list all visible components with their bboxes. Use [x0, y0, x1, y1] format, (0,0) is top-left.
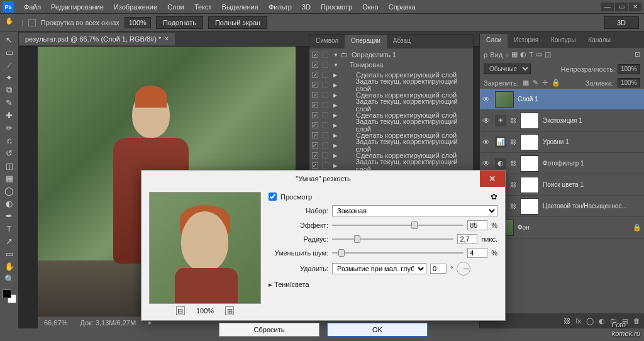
- link-icon[interactable]: ⛓: [510, 203, 516, 210]
- layer-row[interactable]: 👁☀⛓Экспозиция 1: [480, 110, 644, 131]
- action-check[interactable]: ✓: [312, 52, 318, 58]
- action-step[interactable]: Задать текущ. корректирующий слой: [356, 98, 472, 113]
- layer-name[interactable]: Цветовой тон/Насыщеннос...: [543, 203, 627, 210]
- preset-select[interactable]: Заказная: [332, 205, 497, 216]
- angle-input[interactable]: [430, 264, 447, 274]
- layer-row[interactable]: 👁📊⛓Уровни 1: [480, 131, 644, 153]
- disclosure-icon[interactable]: ▶: [333, 133, 337, 138]
- disclosure-icon[interactable]: ▶: [333, 123, 337, 128]
- action-check[interactable]: ✓: [312, 82, 318, 88]
- adjustment-layer-icon[interactable]: ◐: [599, 317, 605, 325]
- lock-transparency-icon[interactable]: ▦: [523, 79, 529, 87]
- mask-thumbnail[interactable]: [520, 134, 539, 150]
- fill-input[interactable]: [618, 78, 640, 87]
- action-check[interactable]: ✓: [312, 62, 318, 68]
- document-tab[interactable]: результат.psd @ 66,7% (Слой 1, RGB/8#) *…: [19, 33, 175, 45]
- noise-input[interactable]: [467, 248, 487, 258]
- mask-thumbnail[interactable]: [520, 198, 539, 215]
- action-check[interactable]: ✓: [312, 152, 318, 159]
- move-tool[interactable]: ↖: [3, 34, 16, 45]
- disclosure-icon[interactable]: ▶: [333, 163, 337, 169]
- link-icon[interactable]: ⛓: [510, 138, 516, 145]
- layer-name[interactable]: Фотофильтр 1: [543, 160, 584, 167]
- menu-file[interactable]: Файл: [19, 1, 46, 13]
- action-step[interactable]: Задать текущ. корректирующий слой: [356, 77, 472, 92]
- disclosure-icon[interactable]: ▼: [333, 52, 338, 58]
- hand-tool[interactable]: ✋: [3, 260, 16, 272]
- type-tool[interactable]: T: [3, 223, 16, 234]
- marquee-tool[interactable]: ▭: [3, 47, 16, 58]
- angle-dial[interactable]: [457, 262, 470, 276]
- wand-tool[interactable]: ✦: [3, 72, 16, 83]
- window-close[interactable]: ✕: [629, 3, 641, 11]
- dodge-tool[interactable]: ◐: [3, 198, 16, 209]
- tab-paragraph[interactable]: Абзац: [387, 35, 417, 48]
- menu-text[interactable]: Текст: [189, 1, 217, 13]
- scroll-all-checkbox[interactable]: [28, 19, 36, 26]
- fullscreen-button[interactable]: Полный экран: [208, 16, 267, 29]
- visibility-icon[interactable]: 👁: [482, 116, 491, 125]
- disclosure-icon[interactable]: ▶: [333, 82, 337, 88]
- menu-3d[interactable]: 3D: [297, 1, 316, 13]
- action-dialog-toggle[interactable]: [322, 152, 328, 159]
- tab-channels[interactable]: Каналы: [582, 34, 617, 48]
- layer-name[interactable]: Слой 1: [518, 96, 538, 103]
- ok-button[interactable]: OK: [327, 323, 428, 337]
- action-step[interactable]: Задать текущ. корректирующий слой: [356, 138, 472, 153]
- zoom-out-button[interactable]: ⊟: [176, 306, 185, 315]
- action-check[interactable]: ✓: [312, 162, 318, 169]
- link-icon[interactable]: ⛓: [510, 117, 516, 124]
- amount-slider[interactable]: [332, 220, 464, 230]
- remove-select[interactable]: Размытие при мал. глубине: [332, 263, 426, 274]
- filter-adj-icon[interactable]: ◐: [520, 50, 526, 59]
- lock-position-icon[interactable]: ✛: [542, 79, 548, 87]
- menu-select[interactable]: Выделение: [217, 1, 264, 13]
- tab-history[interactable]: История: [508, 34, 545, 48]
- action-dialog-toggle[interactable]: [322, 132, 328, 138]
- preview-checkbox[interactable]: [269, 193, 277, 201]
- gradient-tool[interactable]: ▦: [3, 172, 16, 184]
- action-dialog-toggle[interactable]: [322, 72, 328, 78]
- status-zoom[interactable]: 66,67%: [44, 319, 67, 327]
- mask-thumbnail[interactable]: [520, 177, 539, 193]
- menu-image[interactable]: Изображение: [109, 1, 162, 13]
- fit-button[interactable]: Подогнать: [156, 16, 203, 29]
- dialog-titlebar[interactable]: "Умная" резкость ✕: [142, 170, 505, 187]
- window-minimize[interactable]: —: [601, 3, 614, 11]
- action-check[interactable]: ✓: [312, 142, 318, 148]
- tab-paths[interactable]: Контуры: [545, 34, 582, 48]
- stamp-tool[interactable]: ⎌: [3, 135, 16, 146]
- radius-slider[interactable]: [332, 234, 453, 244]
- mask-thumbnail[interactable]: [520, 155, 539, 172]
- menu-window[interactable]: Окно: [357, 1, 384, 13]
- tab-character[interactable]: Символ: [309, 35, 345, 48]
- action-check[interactable]: ✓: [312, 72, 318, 78]
- link-icon[interactable]: ⛓: [510, 160, 516, 167]
- blur-tool[interactable]: ◯: [3, 185, 16, 196]
- action-check[interactable]: ✓: [312, 92, 318, 98]
- action-name[interactable]: Тонировка: [350, 61, 383, 69]
- action-check[interactable]: ✓: [312, 112, 318, 118]
- disclosure-icon[interactable]: ▼: [333, 62, 338, 68]
- zoom-tool[interactable]: 🔍: [3, 273, 16, 284]
- brush-tool[interactable]: ✏: [3, 122, 16, 133]
- reset-button[interactable]: Сбросить: [219, 323, 319, 337]
- action-check[interactable]: ✓: [312, 122, 318, 128]
- heal-tool[interactable]: ✚: [3, 109, 16, 121]
- close-tab-icon[interactable]: ×: [165, 35, 169, 42]
- action-dialog-toggle[interactable]: [322, 102, 328, 108]
- action-dialog-toggle[interactable]: [322, 162, 328, 169]
- action-dialog-toggle[interactable]: [322, 122, 328, 128]
- action-check[interactable]: ✓: [312, 102, 318, 108]
- zoom-value[interactable]: 100%: [125, 17, 151, 28]
- disclosure-icon[interactable]: ▶: [333, 153, 337, 159]
- lock-pixels-icon[interactable]: ✎: [533, 79, 538, 87]
- link-layers-icon[interactable]: ⛓: [564, 317, 570, 325]
- menu-help[interactable]: Справка: [384, 1, 421, 13]
- pen-tool[interactable]: ✒: [3, 210, 16, 221]
- disclosure-icon[interactable]: ▶: [333, 92, 337, 98]
- layer-name[interactable]: Фон: [518, 224, 530, 231]
- disclosure-icon[interactable]: ▶: [333, 143, 337, 148]
- visibility-icon[interactable]: 👁: [482, 159, 491, 168]
- filter-toggle[interactable]: ⊡: [635, 50, 640, 59]
